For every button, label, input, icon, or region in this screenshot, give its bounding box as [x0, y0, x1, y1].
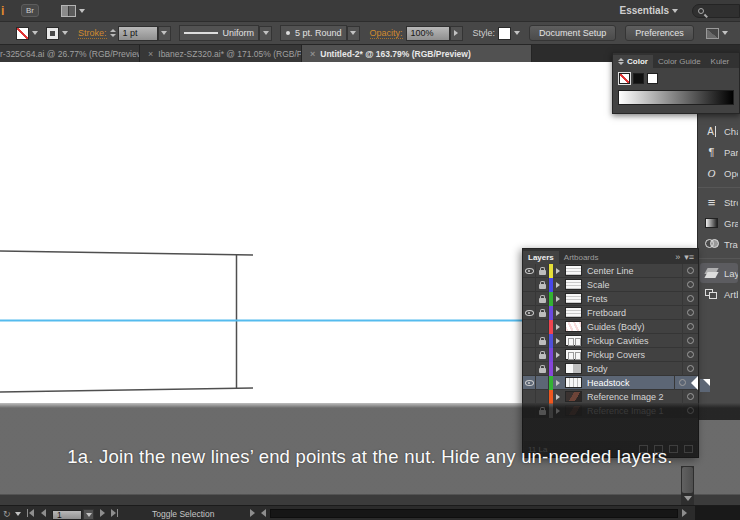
layer-thumbnail[interactable] [565, 293, 582, 304]
layer-thumbnail[interactable] [565, 363, 582, 374]
layer-thumbnail[interactable] [565, 391, 582, 402]
layer-target[interactable] [682, 306, 698, 320]
dock-item-transparency[interactable]: Tran [700, 234, 738, 254]
dock-item-gradient[interactable]: Grad [700, 213, 738, 233]
first-artboard-button[interactable] [27, 509, 34, 517]
stroke-weight-field[interactable]: 1 pt [118, 26, 158, 41]
visibility-toggle[interactable] [523, 390, 536, 404]
scrollbar-thumb[interactable] [682, 467, 693, 493]
visibility-toggle[interactable] [523, 264, 536, 278]
fill-color-swatch[interactable] [16, 27, 29, 40]
layer-name[interactable]: Pickup Cavities [587, 336, 682, 346]
visibility-toggle[interactable] [523, 348, 536, 362]
brush-dropdown[interactable]: 5 pt. Round [280, 25, 347, 41]
zoom-control[interactable]: ↻ [3, 509, 21, 519]
layer-row[interactable]: Body [523, 362, 698, 376]
artboard-navigation[interactable]: 1 [52, 509, 94, 520]
tab-color-guide[interactable]: Color Guide [653, 55, 706, 68]
scroll-left-button[interactable] [261, 509, 266, 517]
path-segment[interactable] [0, 251, 253, 255]
dock-item-opentype[interactable]: OOpe [700, 163, 738, 183]
lock-toggle[interactable] [536, 278, 549, 292]
layer-target[interactable] [682, 334, 698, 348]
layer-target[interactable] [682, 320, 698, 334]
style-swatch[interactable] [498, 27, 511, 40]
layer-row[interactable]: Scale [523, 278, 698, 292]
scroll-right-button[interactable] [682, 509, 687, 517]
stroke-color-swatch[interactable] [46, 27, 59, 40]
artboard-number-field[interactable]: 1 [52, 510, 82, 520]
layer-row[interactable]: Pickup Covers [523, 348, 698, 362]
layer-row[interactable]: Headstock [523, 376, 698, 390]
layer-name[interactable]: Pickup Covers [587, 350, 682, 360]
dock-item-stroke[interactable]: ≡Stro [700, 192, 738, 212]
lock-toggle[interactable] [536, 362, 549, 376]
next-artboard-button[interactable] [100, 509, 105, 517]
expand-layer-button[interactable] [553, 320, 563, 334]
stroke-weight-stepper[interactable] [110, 29, 116, 37]
layer-target[interactable] [682, 362, 698, 376]
panel-menu-icon[interactable]: ▾≡ [684, 252, 698, 264]
lock-toggle[interactable] [536, 348, 549, 362]
expand-layer-button[interactable] [553, 390, 563, 404]
layer-name[interactable]: Reference Image 2 [587, 392, 682, 402]
layer-thumbnail[interactable] [565, 321, 582, 332]
visibility-toggle[interactable] [523, 292, 536, 306]
lock-toggle[interactable] [536, 334, 549, 348]
visibility-toggle[interactable] [523, 376, 536, 390]
expand-layer-button[interactable] [553, 292, 563, 306]
layer-target[interactable] [674, 376, 690, 390]
layer-row[interactable]: Reference Image 2 [523, 390, 698, 404]
layer-name[interactable]: Center Line [587, 266, 682, 276]
expand-layer-button[interactable] [553, 376, 563, 390]
previous-artboard-button[interactable] [41, 509, 46, 517]
path-segment[interactable] [0, 388, 253, 392]
expand-layer-button[interactable] [553, 264, 563, 278]
layer-thumbnail[interactable] [565, 279, 582, 290]
visibility-toggle[interactable] [523, 306, 536, 320]
visibility-toggle[interactable] [523, 334, 536, 348]
last-artboard-button[interactable] [111, 509, 118, 517]
panel-collapse-icon[interactable]: » [675, 252, 684, 264]
brush-arrow[interactable] [347, 26, 360, 41]
lock-toggle[interactable] [536, 320, 549, 334]
share-options-icon[interactable] [706, 28, 719, 39]
expand-layer-button[interactable] [553, 306, 563, 320]
layer-row[interactable]: Center Line [523, 264, 698, 278]
artboard-dropdown[interactable] [83, 509, 94, 520]
lock-toggle[interactable] [536, 376, 549, 390]
layer-name[interactable]: Scale [587, 280, 682, 290]
visibility-toggle[interactable] [523, 278, 536, 292]
document-setup-button[interactable]: Document Setup [529, 25, 616, 41]
bridge-button[interactable]: Br [21, 4, 39, 17]
dock-item-paragraph[interactable]: ¶Para [700, 142, 738, 162]
layer-row[interactable]: Fretboard [523, 306, 698, 320]
lock-toggle[interactable] [536, 306, 549, 320]
tab-kuler[interactable]: Kuler [706, 55, 735, 68]
preferences-button[interactable]: Preferences [625, 25, 694, 41]
layer-row[interactable]: Guides (Body) [523, 320, 698, 334]
width-profile-dropdown[interactable]: Uniform [179, 25, 260, 41]
opacity-field[interactable]: 100% [406, 26, 450, 41]
status-display[interactable]: Toggle Selection [152, 509, 214, 519]
vertical-scrollbar[interactable] [681, 466, 694, 505]
layer-row[interactable]: Pickup Cavities [523, 334, 698, 348]
width-profile-arrow[interactable] [259, 26, 272, 41]
layer-thumbnail[interactable] [565, 377, 582, 388]
expand-layer-button[interactable] [553, 278, 563, 292]
stroke-weight-dropdown[interactable] [158, 26, 171, 41]
black-swatch[interactable] [633, 73, 644, 84]
document-tab[interactable]: ×Untitled-2* @ 163.79% (RGB/Preview) [302, 45, 532, 62]
scroll-down-icon[interactable] [684, 496, 692, 501]
visibility-toggle[interactable] [523, 362, 536, 376]
tab-layers[interactable]: Layers [523, 251, 559, 264]
layer-name[interactable]: Frets [587, 294, 682, 304]
layer-name[interactable]: Body [587, 364, 682, 374]
close-tab-icon[interactable]: × [148, 49, 153, 59]
lock-toggle[interactable] [536, 390, 549, 404]
layer-name[interactable]: Guides (Body) [587, 322, 682, 332]
visibility-toggle[interactable] [523, 320, 536, 334]
layer-row[interactable]: Frets [523, 292, 698, 306]
layer-target[interactable] [682, 292, 698, 306]
dock-item-character[interactable]: AChar [700, 121, 738, 141]
